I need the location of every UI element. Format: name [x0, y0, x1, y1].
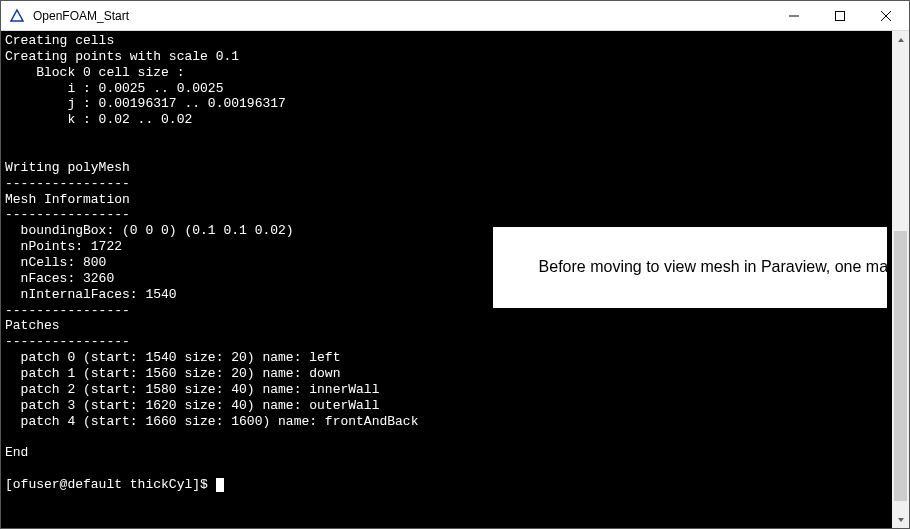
- terminal-line: Creating points with scale 0.1: [5, 49, 239, 64]
- scroll-down-icon[interactable]: [892, 511, 909, 528]
- titlebar: OpenFOAM_Start: [1, 1, 909, 31]
- annotation-callout: Before moving to view mesh in Paraview, …: [493, 227, 887, 308]
- scroll-thumb[interactable]: [894, 231, 907, 501]
- terminal-line: patch 4 (start: 1660 size: 1600) name: f…: [5, 414, 418, 429]
- window-controls: [771, 1, 909, 30]
- svg-marker-5: [898, 38, 904, 42]
- cursor-icon: [216, 478, 224, 492]
- content-area: Creating cells Creating points with scal…: [1, 31, 909, 528]
- terminal-prompt: [ofuser@default thickCyl]$: [5, 477, 216, 492]
- terminal-line: ----------------: [5, 207, 130, 222]
- terminal-line: nFaces: 3260: [5, 271, 114, 286]
- terminal-line: patch 0 (start: 1540 size: 20) name: lef…: [5, 350, 340, 365]
- terminal-line: End: [5, 445, 28, 460]
- terminal-line: j : 0.00196317 .. 0.00196317: [5, 96, 286, 111]
- terminal-line: ----------------: [5, 176, 130, 191]
- svg-rect-2: [836, 11, 845, 20]
- terminal-line: k : 0.02 .. 0.02: [5, 112, 192, 127]
- maximize-button[interactable]: [817, 1, 863, 30]
- svg-marker-6: [898, 518, 904, 522]
- terminal-line: patch 3 (start: 1620 size: 40) name: out…: [5, 398, 379, 413]
- terminal-line: i : 0.0025 .. 0.0025: [5, 81, 223, 96]
- terminal[interactable]: Creating cells Creating points with scal…: [1, 31, 892, 528]
- terminal-line: patch 1 (start: 1560 size: 20) name: dow…: [5, 366, 340, 381]
- close-button[interactable]: [863, 1, 909, 30]
- terminal-line: Block 0 cell size :: [5, 65, 184, 80]
- svg-marker-0: [11, 10, 23, 21]
- terminal-line: boundingBox: (0 0 0) (0.1 0.1 0.02): [5, 223, 294, 238]
- terminal-line: nPoints: 1722: [5, 239, 122, 254]
- terminal-line: patch 2 (start: 1580 size: 40) name: inn…: [5, 382, 379, 397]
- terminal-line: nCells: 800: [5, 255, 106, 270]
- terminal-line: Writing polyMesh: [5, 160, 130, 175]
- app-icon: [9, 8, 25, 24]
- terminal-line: Creating cells: [5, 33, 114, 48]
- window-title: OpenFOAM_Start: [33, 9, 771, 23]
- terminal-line: ----------------: [5, 303, 130, 318]
- annotation-text: Before moving to view mesh in Paraview, …: [539, 258, 892, 275]
- terminal-line: Mesh Information: [5, 192, 130, 207]
- terminal-line: ----------------: [5, 334, 130, 349]
- terminal-line: nInternalFaces: 1540: [5, 287, 177, 302]
- terminal-line: Patches: [5, 318, 60, 333]
- vertical-scrollbar[interactable]: [892, 31, 909, 528]
- minimize-button[interactable]: [771, 1, 817, 30]
- scroll-up-icon[interactable]: [892, 31, 909, 48]
- app-window: OpenFOAM_Start Creating cells Creating p…: [0, 0, 910, 529]
